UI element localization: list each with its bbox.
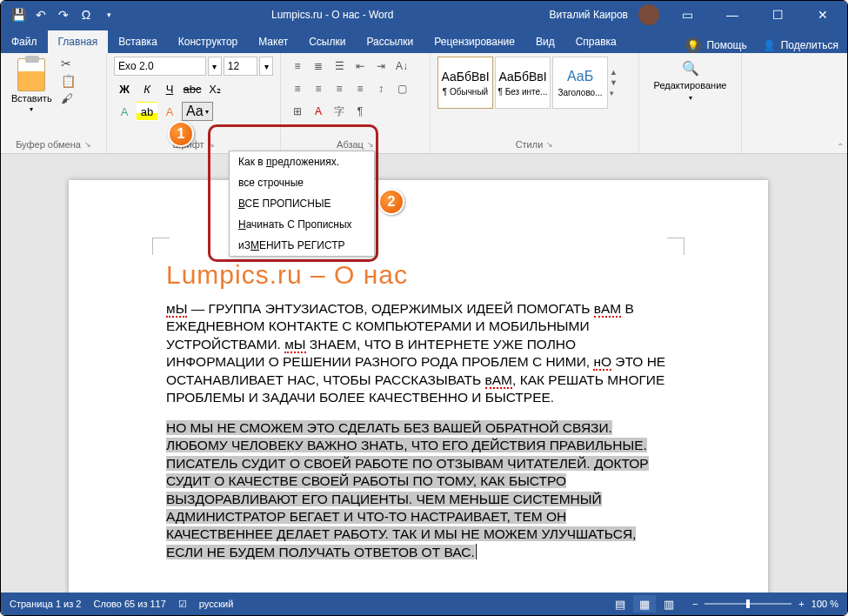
statusbar: Страница 1 из 2 Слово 65 из 117 ☑ русски… [1, 593, 847, 615]
zoom-in-button[interactable]: + [798, 599, 804, 609]
copy-icon[interactable]: 📋 [61, 74, 76, 88]
case-sentence[interactable]: Как в предложениях. [230, 151, 374, 172]
zoom-slider[interactable] [704, 603, 791, 605]
cut-icon[interactable]: ✂ [61, 57, 76, 70]
font-name-dropdown-icon[interactable]: ▾ [208, 57, 222, 76]
align-right-button[interactable]: ≡ [330, 79, 349, 98]
tell-me-label[interactable]: Помощь [706, 39, 746, 51]
numbering-button[interactable]: ≣ [309, 57, 328, 76]
share-icon[interactable]: 👤 [763, 39, 776, 51]
format-painter-icon[interactable]: 🖌 [61, 91, 76, 105]
tab-view[interactable]: Вид [525, 30, 565, 53]
paste-label: Вставить [11, 93, 52, 104]
close-icon[interactable]: ✕ [805, 1, 840, 29]
omega-icon[interactable]: Ω [79, 8, 93, 22]
redo-icon[interactable]: ↷ [57, 8, 70, 22]
styles-up-icon[interactable]: ▲ [610, 68, 624, 77]
styles-more-icon[interactable]: ▾ [610, 89, 624, 97]
document-area[interactable]: Lumpics.ru – О нас мЫ — ГРУППА ЭНТУЗИАСТ… [1, 154, 847, 593]
document-content[interactable]: Lumpics.ru – О нас мЫ — ГРУППА ЭНТУЗИАСТ… [166, 260, 671, 573]
style-normal[interactable]: АаБбВвІ ¶ Обычный [437, 57, 493, 109]
collapse-ribbon-icon[interactable]: ⌃ [837, 142, 844, 151]
az-button[interactable]: A [309, 102, 328, 121]
multilist-button[interactable]: ☰ [330, 57, 349, 76]
justify-button[interactable]: ≡ [351, 79, 370, 98]
status-words[interactable]: Слово 65 из 117 [93, 599, 165, 609]
status-page[interactable]: Страница 1 из 2 [10, 599, 81, 609]
styles-launcher-icon[interactable]: ↘ [546, 140, 553, 149]
paste-icon [17, 58, 45, 91]
font-size-select[interactable]: 12 [224, 57, 257, 76]
styles-down-icon[interactable]: ▼ [610, 78, 624, 87]
align-left-button[interactable]: ≡ [288, 79, 307, 98]
tab-help[interactable]: Справка [565, 30, 627, 53]
underline-button[interactable]: Ч [159, 79, 180, 98]
bold-button[interactable]: Ж [114, 79, 135, 98]
case-lower[interactable]: все строчные [230, 172, 374, 193]
qat-more-icon[interactable]: ▾ [102, 8, 116, 22]
ribbon-display-icon[interactable]: ▭ [670, 1, 704, 29]
tab-file[interactable]: Файл [1, 30, 48, 53]
maximize-icon[interactable]: ☐ [760, 1, 795, 29]
font-name-select[interactable]: Exo 2.0 [114, 57, 206, 76]
status-language[interactable]: русский [199, 599, 233, 609]
group-clipboard: Вставить ▾ ✂ 📋 🖌 Буфер обмена↘ [1, 53, 107, 153]
zoom-text-button[interactable]: 字 [330, 102, 349, 121]
view-web-icon[interactable]: ▥ [658, 595, 680, 613]
group-paragraph-label: Абзац [337, 139, 364, 150]
paste-button[interactable]: Вставить ▾ [8, 57, 56, 115]
view-read-icon[interactable]: ▤ [609, 595, 631, 613]
paragraph-launcher-icon[interactable]: ↘ [367, 140, 374, 149]
sort-button[interactable]: A↓ [392, 57, 411, 76]
indent-dec-button[interactable]: ⇤ [351, 57, 370, 76]
change-case-button[interactable]: Aa▾ [182, 102, 213, 121]
text-effects-button[interactable]: A [114, 102, 135, 121]
tell-me-icon[interactable]: 💡 [685, 37, 701, 53]
line-spacing-button[interactable]: ↕ [371, 79, 391, 98]
share-label[interactable]: Поделиться [781, 39, 838, 51]
change-case-menu: Как в предложениях. все строчные ВСЕ ПРО… [229, 151, 375, 257]
tab-insert[interactable]: Вставка [108, 30, 168, 53]
user-name[interactable]: Виталий Каиров [549, 9, 628, 21]
save-icon[interactable]: 💾 [11, 8, 25, 22]
view-print-icon[interactable]: ▦ [633, 595, 656, 613]
font-size-dropdown-icon[interactable]: ▾ [259, 57, 273, 76]
tab-references[interactable]: Ссылки [298, 30, 356, 53]
doc-paragraph-1[interactable]: мЫ — ГРУППА ЭНТУЗИАСТОВ, ОДЕРЖИМЫХ ИДЕЕЙ… [166, 300, 671, 407]
zoom-value[interactable]: 100 % [811, 599, 838, 609]
minimize-icon[interactable]: — [715, 1, 750, 29]
bullets-button[interactable]: ≡ [288, 57, 307, 76]
clipboard-launcher-icon[interactable]: ↘ [84, 140, 91, 149]
case-upper[interactable]: ВСЕ ПРОПИСНЫЕ [230, 193, 374, 214]
spellcheck-icon[interactable]: ☑ [178, 599, 187, 610]
tab-home[interactable]: Главная [48, 30, 109, 53]
borders-button[interactable]: ⊞ [288, 102, 307, 121]
italic-button[interactable]: К [137, 79, 157, 98]
shading-button[interactable]: ▢ [392, 79, 411, 98]
style-heading1[interactable]: АаБ Заголово... [552, 57, 608, 109]
indent-inc-button[interactable]: ⇥ [371, 57, 391, 76]
font-launcher-icon[interactable]: ↘ [208, 140, 215, 149]
undo-icon[interactable]: ↶ [34, 8, 48, 22]
tab-design[interactable]: Конструктор [168, 30, 248, 53]
user-avatar[interactable] [638, 4, 659, 25]
sub-super-button[interactable]: X₂ [204, 79, 225, 98]
strike-button[interactable]: abc [182, 79, 203, 98]
highlight-button[interactable]: ab [137, 102, 157, 121]
doc-heading[interactable]: Lumpics.ru – О нас [166, 260, 671, 290]
pilcrow-button[interactable]: ¶ [351, 102, 370, 121]
zoom-out-button[interactable]: − [692, 599, 698, 609]
titlebar: 💾 ↶ ↷ Ω ▾ Lumpics.ru - О нас - Word Вита… [1, 1, 847, 29]
ribbon-tabs: Файл Главная Вставка Конструктор Макет С… [1, 29, 847, 53]
align-center-button[interactable]: ≡ [309, 79, 328, 98]
tab-mailings[interactable]: Рассылки [356, 30, 424, 53]
case-capitalize[interactable]: Начинать С Прописных [230, 214, 374, 235]
tab-layout[interactable]: Макет [248, 30, 298, 53]
editing-button[interactable]: 🔍 Редактирование ▾ [646, 57, 734, 102]
tab-review[interactable]: Рецензирование [424, 30, 525, 53]
doc-paragraph-2[interactable]: НО МЫ НЕ СМОЖЕМ ЭТО СДЕЛАТЬ БЕЗ ВАШЕЙ ОБ… [166, 419, 671, 562]
page[interactable]: Lumpics.ru – О нас мЫ — ГРУППА ЭНТУЗИАСТ… [69, 180, 768, 593]
case-toggle[interactable]: иЗМЕНИТЬ РЕГИСТР [230, 235, 374, 256]
style-nospace[interactable]: АаБбВвІ ¶ Без инте... [495, 57, 551, 109]
font-color-button[interactable]: A [159, 102, 180, 121]
